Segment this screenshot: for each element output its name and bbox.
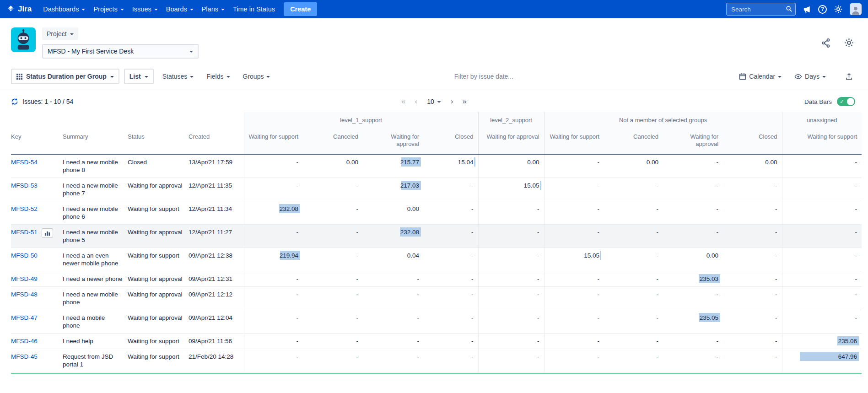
gear-icon[interactable] xyxy=(834,5,843,14)
created-cell: 13/Apr/21 17:59 xyxy=(189,154,244,178)
statuses-dropdown[interactable]: Statuses xyxy=(158,73,198,80)
duration-value-cell: 15.04 xyxy=(424,154,478,178)
announcement-icon[interactable] xyxy=(803,5,811,14)
duration-value-cell: - xyxy=(723,310,782,334)
issue-key-link[interactable]: MFSD-51 xyxy=(11,229,38,236)
duration-value-cell: - xyxy=(663,334,723,349)
created-cell: 09/Apr/21 12:38 xyxy=(189,248,244,271)
settings-gear-icon[interactable] xyxy=(844,38,854,48)
next-page-button[interactable]: › xyxy=(447,96,458,107)
jira-logo[interactable]: Jira xyxy=(6,5,32,14)
duration-value-cell: - xyxy=(544,178,604,201)
duration-value-cell: - xyxy=(723,334,782,349)
last-page-button[interactable]: » xyxy=(458,96,470,107)
create-button[interactable]: Create xyxy=(284,2,317,16)
fields-dropdown[interactable]: Fields xyxy=(202,73,234,80)
nav-plans[interactable]: Plans xyxy=(198,3,229,16)
summary-cell: I need a mobile phone xyxy=(63,310,128,334)
duration-value-cell: 15.05 xyxy=(478,178,544,201)
duration-value-cell: - xyxy=(782,225,862,248)
issues-count-label: Issues: 1 - 10 / 54 xyxy=(22,98,73,105)
issue-key-link[interactable]: MFSD-52 xyxy=(11,205,38,212)
page-size-select[interactable]: 10 xyxy=(422,97,446,106)
duration-value-cell: - xyxy=(663,178,723,201)
nav-issues[interactable]: Issues xyxy=(128,3,162,16)
export-icon[interactable] xyxy=(841,73,857,81)
project-type-dropdown[interactable]: Project xyxy=(42,27,78,40)
issue-key-link[interactable]: MFSD-49 xyxy=(11,275,38,282)
groups-dropdown[interactable]: Groups xyxy=(239,73,275,80)
share-icon[interactable] xyxy=(821,38,831,48)
user-avatar[interactable] xyxy=(850,3,862,15)
summary-cell: I need a newer phone xyxy=(63,271,128,287)
duration-value-cell: - xyxy=(303,178,363,201)
eye-icon xyxy=(794,73,802,81)
created-cell: 09/Apr/21 12:12 xyxy=(189,287,244,310)
duration-value-cell: - xyxy=(604,225,663,248)
issue-key-link[interactable]: MFSD-53 xyxy=(11,182,38,189)
duration-value-cell: - xyxy=(782,201,862,225)
group-header-spacer xyxy=(11,112,244,128)
chevron-down-icon xyxy=(70,33,74,35)
summary-cell: I need a new mobile phone 7 xyxy=(63,178,128,201)
column-header-row: KeySummaryStatusCreatedWaiting for suppo… xyxy=(11,128,862,154)
time-unit-dropdown[interactable]: Days xyxy=(790,73,830,81)
bar-chart-icon xyxy=(44,230,50,236)
refresh-icon[interactable] xyxy=(11,98,18,105)
key-cell: MFSD-47 xyxy=(11,310,63,334)
duration-value-cell: - xyxy=(544,334,604,349)
duration-value-cell: - xyxy=(723,248,782,271)
view-mode-button[interactable]: List xyxy=(124,69,154,84)
key-cell: MFSD-51 xyxy=(11,225,63,248)
search-box xyxy=(726,3,796,16)
status-cell: Closed xyxy=(128,154,189,178)
issue-date-filter-input[interactable] xyxy=(454,73,555,80)
data-bars-toggle[interactable]: ✓ xyxy=(837,97,855,106)
chevron-down-icon xyxy=(81,9,85,11)
column-header: Waiting for approval xyxy=(663,128,723,154)
issue-key-link[interactable]: MFSD-45 xyxy=(11,353,38,360)
nav-dashboards[interactable]: Dashboards xyxy=(39,3,89,16)
jira-logo-icon xyxy=(6,5,15,14)
summary-cell: I need a an even newer mobile phone xyxy=(63,248,128,271)
project-select[interactable]: MFSD - My First Service Desk xyxy=(42,44,199,59)
duration-value-cell: - xyxy=(424,349,478,372)
column-header: Waiting for approval xyxy=(478,128,544,154)
nav-time-in-status[interactable]: Time in Status xyxy=(229,3,279,16)
issue-key-link[interactable]: MFSD-46 xyxy=(11,338,38,345)
issue-key-link[interactable]: MFSD-48 xyxy=(11,291,38,298)
issue-key-link[interactable]: MFSD-54 xyxy=(11,159,38,166)
duration-value-cell: 232.08 xyxy=(244,201,303,225)
first-page-button[interactable]: « xyxy=(397,96,410,107)
prev-page-button[interactable]: ‹ xyxy=(411,96,422,107)
duration-value-cell: - xyxy=(604,349,663,372)
report-toolbar: Status Duration per Group List Statuses … xyxy=(0,63,868,90)
duration-value-cell: 0.00 xyxy=(723,154,782,178)
nav-projects[interactable]: Projects xyxy=(89,3,128,16)
created-cell: 09/Apr/21 12:31 xyxy=(189,271,244,287)
duration-value-cell: - xyxy=(663,287,723,310)
table-horizontal-scrollbar[interactable] xyxy=(11,373,862,374)
duration-value-cell: 235.05 xyxy=(663,310,723,334)
issue-key-link[interactable]: MFSD-47 xyxy=(11,314,38,321)
chart-icon-button[interactable] xyxy=(42,228,53,238)
column-header: Status xyxy=(128,128,189,154)
top-navbar: Jira Dashboards Projects Issues Boards P… xyxy=(0,0,868,18)
calendar-dropdown[interactable]: Calendar xyxy=(735,73,786,80)
issue-row: MFSD-52I need a new mobile phone 6Waitin… xyxy=(11,201,862,225)
issue-key-link[interactable]: MFSD-50 xyxy=(11,252,38,259)
duration-value-cell: - xyxy=(363,334,424,349)
data-bar xyxy=(540,181,541,190)
duration-value-cell: - xyxy=(604,287,663,310)
report-type-button[interactable]: Status Duration per Group xyxy=(11,69,119,84)
chevron-down-icon xyxy=(437,101,441,103)
check-icon: ✓ xyxy=(840,98,844,105)
chevron-down-icon xyxy=(189,51,193,53)
duration-value-cell: - xyxy=(478,271,544,287)
help-icon[interactable]: ? xyxy=(818,5,827,14)
column-header: Created xyxy=(189,128,244,154)
nav-boards[interactable]: Boards xyxy=(162,3,198,16)
duration-value-cell: - xyxy=(244,349,303,372)
duration-value-cell: - xyxy=(244,334,303,349)
duration-value-cell: - xyxy=(604,271,663,287)
